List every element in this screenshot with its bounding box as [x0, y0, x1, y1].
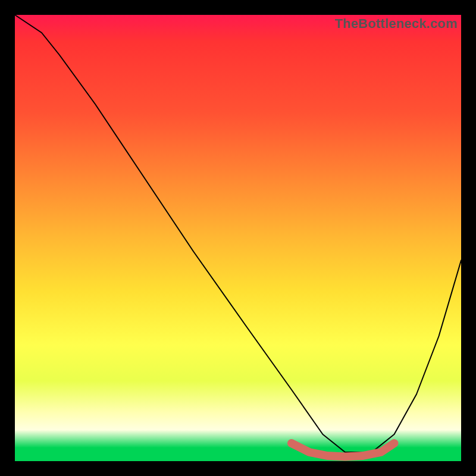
curve-overlay — [15, 15, 461, 461]
bottleneck-curve — [15, 15, 461, 452]
plot-area: TheBottleneck.com — [15, 15, 461, 461]
chart-container: TheBottleneck.com — [0, 0, 476, 476]
